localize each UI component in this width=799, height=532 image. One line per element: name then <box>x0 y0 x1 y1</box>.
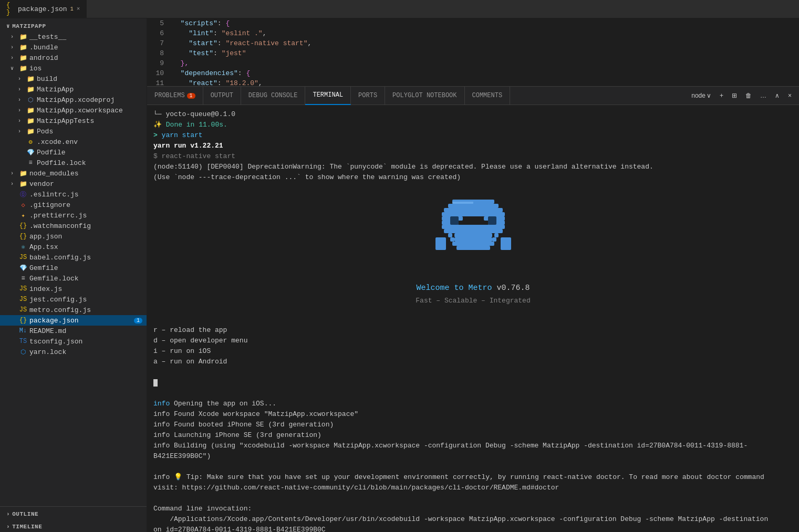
js-icon: JS <box>19 285 27 293</box>
tab-label: PROBLEMS <box>154 92 185 99</box>
node-dropdown[interactable]: node ∨ <box>688 91 714 100</box>
chevron-right-icon: › <box>18 97 24 103</box>
sidebar-item-label: build <box>37 75 57 83</box>
sidebar-item-index-js[interactable]: › JS index.js <box>0 284 147 294</box>
tab-comments[interactable]: COMMENTS <box>465 87 511 105</box>
sidebar-item-label: MatzipApp.xcworkspace <box>37 107 123 114</box>
sidebar-item-android[interactable]: › 📁 android <box>0 53 147 63</box>
git-icon: ◇ <box>19 201 27 209</box>
sidebar-item-podfile-lock[interactable]: › ≡ Podfile.lock <box>0 158 147 168</box>
sidebar-item-tests[interactable]: › 📁 __tests__ <box>0 32 147 42</box>
code-content[interactable]: "scripts": { "lint": "eslint .", "start"… <box>168 18 799 86</box>
tab-terminal[interactable]: TERMINAL <box>305 87 351 105</box>
sidebar-item-label: MatzipAppTests <box>37 117 94 125</box>
sidebar-item-label: yarn.lock <box>29 348 66 356</box>
tab-close-button[interactable]: × <box>77 6 80 12</box>
sidebar-item-tsconfig[interactable]: › TS tsconfig.json <box>0 336 147 347</box>
tab-label: DEBUG CONSOLE <box>248 92 298 99</box>
maximize-panel-button[interactable]: ∧ <box>772 91 783 100</box>
metro-welcome: Welcome to Metro v0.76.8 <box>153 283 793 294</box>
json-icon: { } <box>6 5 15 13</box>
chevron-right-icon: › <box>18 108 24 113</box>
plus-icon: + <box>720 92 723 99</box>
close-panel-button[interactable]: × <box>785 91 795 100</box>
tab-polyglot-notebook[interactable]: POLYGLOT NOTEBOOK <box>385 87 464 105</box>
add-terminal-button[interactable]: + <box>717 91 727 100</box>
metro-logo <box>153 189 793 277</box>
file-tree: › 📁 __tests__ › 📁 .bundle › 📁 android ∨ … <box>0 32 147 506</box>
sidebar-item-bundle[interactable]: › 📁 .bundle <box>0 42 147 53</box>
code-line: "start": "react-native start", <box>172 38 795 48</box>
sidebar-item-app-tsx[interactable]: › ⚛ App.tsx <box>0 242 147 252</box>
folder-icon: 📁 <box>19 43 27 51</box>
tab-problems[interactable]: PROBLEMS 1 <box>147 87 203 105</box>
sidebar-item-jest-config[interactable]: › JS jest.config.js <box>0 294 147 305</box>
sidebar-item-prettierrc[interactable]: › ✦ .prettierrc.js <box>0 210 147 221</box>
sidebar-item-package-json[interactable]: › {} package.json 1 <box>0 315 147 326</box>
sidebar-item-label: node_modules <box>29 170 79 178</box>
terminal-line: info 💡 Tip: Make sure that you have set … <box>153 472 793 493</box>
svg-rect-18 <box>456 246 490 250</box>
tab-label: PORTS <box>358 92 377 99</box>
tab-label: TERMINAL <box>313 91 343 99</box>
chevron-right-icon: › <box>6 511 10 517</box>
sidebar-item-xcode-env[interactable]: › ⚙ .xcode.env <box>0 137 147 147</box>
terminal-line: a – run on Android <box>153 357 793 367</box>
timeline-section[interactable]: › TIMELINE <box>0 519 147 532</box>
sidebar-item-label: Podfile.lock <box>37 159 86 167</box>
sidebar-item-metro-config[interactable]: › JS metro.config.js <box>0 305 147 315</box>
sidebar-item-pods[interactable]: › 📁 Pods <box>0 126 147 137</box>
sidebar-item-gemfile[interactable]: › 💎 Gemfile <box>0 263 147 273</box>
sidebar-item-label: .gitignore <box>29 201 70 209</box>
ruby-icon: 💎 <box>26 148 35 157</box>
svg-rect-22 <box>488 216 496 225</box>
tab-debug-console[interactable]: DEBUG CONSOLE <box>241 87 306 105</box>
prettier-icon: ✦ <box>19 211 27 220</box>
sidebar-item-xcodeproj[interactable]: › ⬡ MatzipApp.xcodeproj <box>0 95 147 105</box>
lock-icon: ≡ <box>26 159 35 167</box>
chevron-right-icon: › <box>11 55 17 61</box>
tab-label: OUTPUT <box>211 92 233 99</box>
sidebar-item-xcworkspace[interactable]: › 📁 MatzipApp.xcworkspace <box>0 105 147 116</box>
json-icon: {} <box>19 316 27 325</box>
folder-icon: 📁 <box>26 75 35 83</box>
kill-terminal-button[interactable]: 🗑 <box>742 91 755 100</box>
sidebar-item-watchmanconfig[interactable]: › {} .watchmanconfig <box>0 221 147 231</box>
sidebar-item-node-modules[interactable]: › 📁 node_modules <box>0 168 147 179</box>
tab-package-json[interactable]: { } package.json 1 × <box>0 0 87 18</box>
sidebar-item-podfile[interactable]: › 💎 Podfile <box>0 147 147 158</box>
line-num: 11 <box>151 78 164 87</box>
tab-dirty-badge: 1 <box>70 6 74 12</box>
sidebar-item-app-json[interactable]: › {} app.json <box>0 231 147 242</box>
terminal-line: info Building (using "xcodebuild -worksp… <box>153 441 793 462</box>
sidebar-item-build[interactable]: › 📁 build <box>0 74 147 84</box>
sidebar-item-ios[interactable]: ∨ 📁 ios <box>0 63 147 74</box>
panel: PROBLEMS 1 OUTPUT DEBUG CONSOLE TERMINAL… <box>147 87 799 532</box>
terminal-line: info Opening the app on iOS... <box>153 399 793 409</box>
sidebar-item-readme[interactable]: › M↓ README.md <box>0 326 147 336</box>
sidebar-item-babel-config[interactable]: › JS babel.config.js <box>0 252 147 263</box>
sidebar-item-matzipapp-folder[interactable]: › 📁 MatzipApp <box>0 84 147 95</box>
svg-rect-13 <box>494 233 499 237</box>
sidebar-item-label: tsconfig.json <box>29 338 82 346</box>
timeline-label: TIMELINE <box>12 524 42 530</box>
tab-output[interactable]: OUTPUT <box>203 87 241 105</box>
metro-subtitle: Fast – Scalable – Integrated <box>153 296 793 306</box>
svg-rect-10 <box>444 229 503 233</box>
sidebar-item-gemfile-lock[interactable]: › ≡ Gemfile.lock <box>0 273 147 284</box>
outline-section[interactable]: › OUTLINE <box>0 507 147 519</box>
terminal-content[interactable]: └─ yocto-queue@0.1.0 ✨ Done in 11.00s. >… <box>147 105 799 532</box>
folder-icon: 📁 <box>19 54 27 62</box>
outline-label: OUTLINE <box>12 511 38 517</box>
terminal-line: info Found booted iPhone SE (3rd generat… <box>153 420 793 430</box>
tab-ports[interactable]: PORTS <box>351 87 385 105</box>
sidebar-item-vendor[interactable]: › 📁 vendor <box>0 179 147 189</box>
sidebar-item-yarn-lock[interactable]: › ⬡ yarn.lock <box>0 347 147 357</box>
split-terminal-button[interactable]: ⊞ <box>729 91 740 100</box>
sidebar-item-gitignore[interactable]: › ◇ .gitignore <box>0 200 147 210</box>
sidebar-item-matzip-tests[interactable]: › 📁 MatzipAppTests <box>0 116 147 126</box>
sidebar-item-label: Pods <box>37 128 53 135</box>
more-actions-button[interactable]: … <box>757 91 770 100</box>
sidebar-item-eslintrc[interactable]: › ⓪ .eslintrc.js <box>0 189 147 200</box>
sidebar-section-header[interactable]: ∨ MATZIPAPP <box>0 18 147 32</box>
